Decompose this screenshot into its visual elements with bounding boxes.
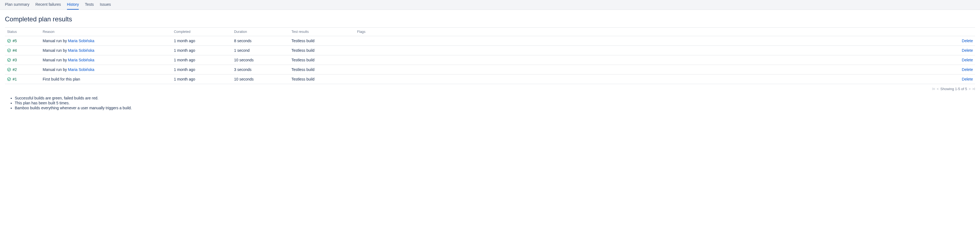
completed-cell: 1 month ago — [172, 46, 232, 55]
col-actions — [942, 28, 975, 36]
col-reason: Reason — [40, 28, 172, 36]
page-next-icon[interactable]: > — [969, 87, 971, 91]
content: Completed plan results Status Reason Com… — [0, 10, 980, 116]
reason-user-link[interactable]: Maria Sobińska — [68, 38, 95, 43]
duration-cell: 3 seconds — [232, 65, 289, 75]
tests-cell: Testless build — [289, 75, 355, 84]
reason-prefix: Manual run by — [43, 67, 68, 72]
flags-cell — [355, 36, 942, 46]
table-row: #2 Manual run by Maria Sobińska 1 month … — [5, 65, 975, 75]
tests-cell: Testless build — [289, 36, 355, 46]
build-link[interactable]: #3 — [13, 58, 17, 62]
reason-prefix: First build for this plan — [43, 77, 80, 82]
reason-prefix: Manual run by — [43, 48, 68, 53]
note-item: This plan has been built 5 times. — [15, 101, 975, 105]
tests-cell: Testless build — [289, 46, 355, 55]
table-row: #5 Manual run by Maria Sobińska 1 month … — [5, 36, 975, 46]
col-tests: Test results — [289, 28, 355, 36]
build-link[interactable]: #4 — [13, 48, 17, 53]
completed-cell: 1 month ago — [172, 36, 232, 46]
completed-cell: 1 month ago — [172, 75, 232, 84]
delete-link[interactable]: Delete — [962, 67, 973, 72]
delete-link[interactable]: Delete — [962, 38, 973, 43]
tests-cell: Testless build — [289, 65, 355, 75]
duration-cell: 10 seconds — [232, 75, 289, 84]
page-prev-icon[interactable]: < — [937, 87, 939, 91]
completed-cell: 1 month ago — [172, 65, 232, 75]
reason-user-link[interactable]: Maria Sobińska — [68, 58, 95, 62]
tab-recent-failures[interactable]: Recent failures — [35, 0, 61, 10]
note-item: Bamboo builds everything whenever a user… — [15, 106, 975, 110]
page-title: Completed plan results — [5, 15, 975, 23]
tab-history[interactable]: History — [67, 0, 79, 10]
tab-tests[interactable]: Tests — [85, 0, 94, 10]
col-flags: Flags — [355, 28, 942, 36]
reason-cell: Manual run by Maria Sobińska — [40, 36, 172, 46]
reason-cell: Manual run by Maria Sobińska — [40, 46, 172, 55]
pagination: I< < Showing 1-5 of 5 > >I — [5, 84, 975, 94]
flags-cell — [355, 55, 942, 65]
page-last-icon[interactable]: >I — [972, 87, 975, 91]
tests-cell: Testless build — [289, 55, 355, 65]
pagination-text: Showing 1-5 of 5 — [940, 87, 967, 91]
reason-cell: First build for this plan — [40, 75, 172, 84]
tab-plan-summary[interactable]: Plan summary — [5, 0, 29, 10]
col-status: Status — [5, 28, 40, 36]
reason-prefix: Manual run by — [43, 58, 68, 62]
reason-prefix: Manual run by — [43, 38, 68, 43]
table-row: #4 Manual run by Maria Sobińska 1 month … — [5, 46, 975, 55]
results-table: Status Reason Completed Duration Test re… — [5, 27, 975, 84]
duration-cell: 8 seconds — [232, 36, 289, 46]
completed-cell: 1 month ago — [172, 55, 232, 65]
success-icon — [7, 68, 11, 72]
delete-link[interactable]: Delete — [962, 58, 973, 62]
tabs-bar: Plan summary Recent failures History Tes… — [0, 0, 980, 10]
success-icon — [7, 39, 11, 43]
success-icon — [7, 48, 11, 52]
page-first-icon[interactable]: I< — [932, 87, 935, 91]
delete-link[interactable]: Delete — [962, 77, 973, 82]
duration-cell: 10 seconds — [232, 55, 289, 65]
build-link[interactable]: #5 — [13, 38, 17, 43]
reason-cell: Manual run by Maria Sobińska — [40, 65, 172, 75]
success-icon — [7, 58, 11, 62]
flags-cell — [355, 65, 942, 75]
reason-user-link[interactable]: Maria Sobińska — [68, 67, 95, 72]
table-row: #1 First build for this plan 1 month ago… — [5, 75, 975, 84]
tab-issues[interactable]: Issues — [100, 0, 111, 10]
flags-cell — [355, 46, 942, 55]
reason-user-link[interactable]: Maria Sobińska — [68, 48, 95, 53]
reason-cell: Manual run by Maria Sobińska — [40, 55, 172, 65]
duration-cell: 1 second — [232, 46, 289, 55]
build-link[interactable]: #1 — [13, 77, 17, 82]
col-completed: Completed — [172, 28, 232, 36]
table-row: #3 Manual run by Maria Sobińska 1 month … — [5, 55, 975, 65]
col-duration: Duration — [232, 28, 289, 36]
flags-cell — [355, 75, 942, 84]
note-item: Successful builds are green, failed buil… — [15, 96, 975, 100]
delete-link[interactable]: Delete — [962, 48, 973, 53]
success-icon — [7, 77, 11, 81]
notes-list: Successful builds are green, failed buil… — [5, 96, 975, 110]
table-header-row: Status Reason Completed Duration Test re… — [5, 28, 975, 36]
build-link[interactable]: #2 — [13, 67, 17, 72]
